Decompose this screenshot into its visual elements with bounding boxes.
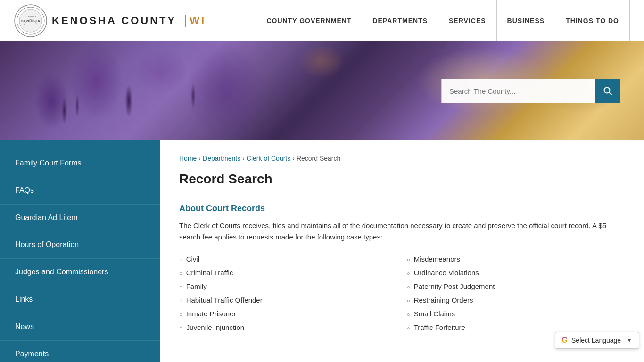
list-item: ○ Paternity Post Judgement <box>407 280 625 293</box>
case-type-small-claims: Small Claims <box>414 310 455 318</box>
bullet-icon: ○ <box>179 325 182 331</box>
breadcrumb: Home › Departments › Clerk of Courts › R… <box>179 155 625 162</box>
list-item: ○ Criminal Traffic <box>179 266 397 280</box>
list-item: ○ Ordinance Violations <box>407 266 625 280</box>
sidebar-item-judges-commissioners[interactable]: Judges and Commissioners <box>0 259 160 286</box>
breadcrumb-home[interactable]: Home <box>179 155 197 162</box>
breadcrumb-sep-2: › <box>242 155 245 162</box>
nav-business[interactable]: BUSINESS <box>497 0 556 41</box>
list-item: ○ Family <box>179 280 397 293</box>
page-title: Record Search <box>179 172 625 192</box>
case-type-family: Family <box>186 282 207 290</box>
svg-point-5 <box>604 88 610 93</box>
logo-county-name: KENOSHA COUNTY <box>52 15 176 27</box>
svg-text:COUNTY: COUNTY <box>25 15 36 18</box>
bullet-icon: ○ <box>179 284 182 290</box>
list-item: ○ Restraining Orders <box>407 293 625 307</box>
breadcrumb-sep-3: › <box>292 155 295 162</box>
search-button[interactable] <box>595 79 620 103</box>
list-item: ○ Juvenile Injunction <box>179 321 397 334</box>
case-type-traffic-forfeiture: Traffic Forfeiture <box>414 323 465 331</box>
list-item: ○ Habitual Traffic Offender <box>179 293 397 307</box>
svg-line-6 <box>609 92 611 95</box>
logo-state: WI <box>185 15 206 27</box>
site-header: KENOSHA COUNTY KENOSHA COUNTY WI COUNTY … <box>0 0 644 41</box>
case-type-misdemeanors: Misdemeanors <box>414 255 460 263</box>
case-type-habitual-traffic: Habitual Traffic Offender <box>186 296 263 304</box>
sidebar-item-faqs[interactable]: FAQs <box>0 177 160 205</box>
search-icon <box>603 86 612 96</box>
translate-label: Select Language <box>571 337 621 344</box>
bullet-icon: ○ <box>407 298 410 304</box>
sidebar-item-family-court-forms[interactable]: Family Court Forms <box>0 150 160 177</box>
translate-widget[interactable]: G Select Language ▼ <box>555 332 639 349</box>
bullet-icon: ○ <box>179 298 182 304</box>
case-types-left-column: ○ Civil ○ Criminal Traffic ○ Family ○ Ha… <box>179 252 397 334</box>
body-text-intro: The Clerk of Courts receives, files and … <box>179 220 625 243</box>
breadcrumb-clerk-of-courts[interactable]: Clerk of Courts <box>247 155 290 162</box>
case-types-list: ○ Civil ○ Criminal Traffic ○ Family ○ Ha… <box>179 252 625 334</box>
list-item: ○ Civil <box>179 252 397 266</box>
breadcrumb-departments[interactable]: Departments <box>203 155 240 162</box>
bullet-icon: ○ <box>179 312 182 317</box>
nav-services[interactable]: SERVICES <box>438 0 497 41</box>
case-types-right-column: ○ Misdemeanors ○ Ordinance Violations ○ … <box>407 252 625 334</box>
bullet-icon: ○ <box>407 257 410 263</box>
case-type-juvenile-injunction: Juvenile Injunction <box>186 323 244 331</box>
case-type-criminal-traffic: Criminal Traffic <box>186 269 233 277</box>
list-item: ○ Inmate Prisoner <box>179 307 397 321</box>
sidebar-item-guardian-ad-litem[interactable]: Guardian Ad Litem <box>0 205 160 232</box>
main-content: Home › Departments › Clerk of Courts › R… <box>160 140 644 362</box>
case-type-paternity: Paternity Post Judgement <box>414 282 495 290</box>
case-type-restraining-orders: Restraining Orders <box>414 296 473 304</box>
content-wrapper: Family Court Forms FAQs Guardian Ad Lite… <box>0 140 644 362</box>
google-icon: G <box>562 336 568 345</box>
main-navigation: COUNTY GOVERNMENT DEPARTMENTS SERVICES B… <box>256 0 630 41</box>
bullet-icon: ○ <box>407 284 410 290</box>
search-input[interactable] <box>442 87 595 95</box>
case-type-civil: Civil <box>186 255 199 263</box>
breadcrumb-sep-1: › <box>198 155 201 162</box>
search-box <box>441 79 620 103</box>
case-type-inmate-prisoner: Inmate Prisoner <box>186 310 236 318</box>
sidebar-item-news[interactable]: News <box>0 313 160 341</box>
breadcrumb-current: Record Search <box>297 155 340 162</box>
sidebar: Family Court Forms FAQs Guardian Ad Lite… <box>0 140 160 362</box>
list-item: ○ Small Claims <box>407 307 625 321</box>
nav-county-government[interactable]: COUNTY GOVERNMENT <box>256 0 362 41</box>
section-heading-court-records: About Court Records <box>179 204 625 214</box>
nav-things-to-do[interactable]: THINGS TO DO <box>555 0 630 41</box>
bullet-icon: ○ <box>407 325 410 331</box>
translate-arrow-icon: ▼ <box>627 337 632 344</box>
bullet-icon: ○ <box>407 312 410 317</box>
bullet-icon: ○ <box>179 257 182 263</box>
list-item: ○ Misdemeanors <box>407 252 625 266</box>
sidebar-item-payments[interactable]: Payments <box>0 341 160 362</box>
sidebar-item-hours-of-operation[interactable]: Hours of Operation <box>0 231 160 259</box>
county-seal: KENOSHA COUNTY <box>14 4 47 37</box>
logo-area: KENOSHA COUNTY KENOSHA COUNTY WI <box>14 4 206 37</box>
hero-banner <box>0 41 644 140</box>
sidebar-item-links[interactable]: Links <box>0 286 160 313</box>
nav-departments[interactable]: DEPARTMENTS <box>362 0 438 41</box>
case-type-ordinance-violations: Ordinance Violations <box>414 269 479 277</box>
bullet-icon: ○ <box>179 271 182 276</box>
bullet-icon: ○ <box>407 271 410 276</box>
